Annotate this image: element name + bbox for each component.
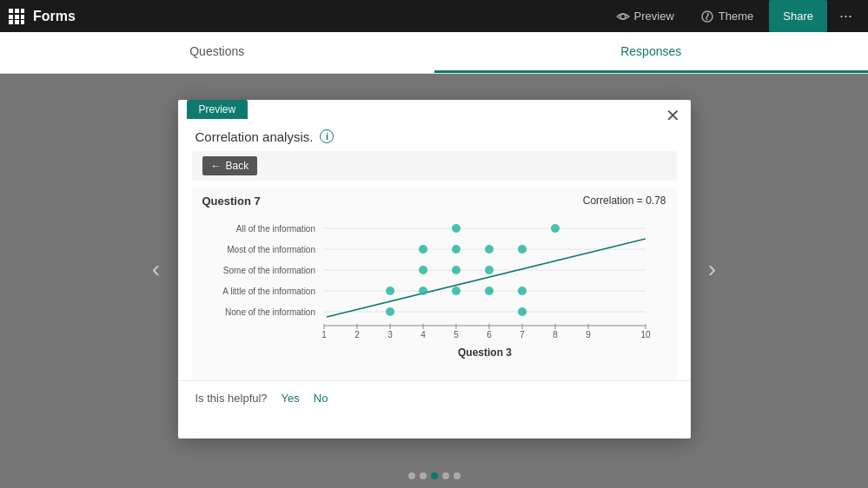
- share-button[interactable]: Share: [769, 0, 827, 32]
- svg-point-53: [386, 287, 394, 295]
- content-wrapper: ‹ Preview ✕ Correlation analysis. i ← Ba…: [0, 74, 868, 464]
- arrow-left[interactable]: ‹: [135, 243, 178, 295]
- modal-header: Correlation analysis. i: [178, 119, 691, 151]
- back-arrow-icon: ←: [211, 160, 222, 172]
- svg-point-44: [452, 224, 461, 233]
- svg-rect-4: [15, 15, 19, 19]
- svg-text:None of the information: None of the information: [225, 307, 315, 317]
- yes-button[interactable]: Yes: [282, 392, 300, 405]
- svg-point-59: [518, 307, 527, 316]
- svg-point-47: [452, 245, 461, 254]
- svg-point-50: [419, 266, 427, 274]
- svg-rect-2: [21, 9, 24, 13]
- svg-text:Some of the information: Some of the information: [222, 266, 315, 275]
- theme-button[interactable]: Theme: [690, 6, 764, 27]
- svg-text:7: 7: [520, 330, 525, 340]
- grid-icon[interactable]: [9, 9, 24, 24]
- svg-point-48: [485, 245, 494, 254]
- main-area: Questions Responses ‹ Preview ✕ Correlat…: [0, 32, 868, 488]
- svg-point-58: [386, 307, 394, 316]
- chart-area: Question 7 Correlation = 0.78 All of the…: [192, 188, 677, 380]
- svg-text:9: 9: [586, 330, 591, 340]
- chart-question-label: Question 7: [202, 195, 261, 208]
- svg-point-46: [419, 245, 427, 254]
- helpful-text: Is this helpful?: [195, 392, 268, 405]
- svg-point-54: [419, 287, 427, 295]
- svg-point-56: [485, 287, 494, 295]
- pagination-dots: [408, 464, 461, 488]
- more-button[interactable]: ···: [832, 3, 859, 29]
- dot-5[interactable]: [454, 472, 461, 479]
- app-title: Forms: [33, 9, 76, 24]
- svg-rect-1: [15, 9, 19, 13]
- back-area: ← Back: [192, 151, 677, 181]
- helpful-bar: Is this helpful? Yes No: [178, 380, 691, 415]
- svg-rect-6: [9, 20, 13, 24]
- svg-point-49: [518, 245, 527, 254]
- svg-rect-3: [9, 15, 13, 19]
- svg-point-45: [551, 224, 560, 233]
- svg-text:3: 3: [388, 330, 393, 340]
- scatter-chart: All of the information Most of the infor…: [202, 213, 654, 373]
- dot-3[interactable]: [431, 472, 438, 479]
- svg-text:All of the information: All of the information: [235, 224, 315, 234]
- svg-text:1: 1: [321, 330, 327, 340]
- chart-top: Question 7 Correlation = 0.78: [202, 195, 666, 208]
- svg-text:10: 10: [640, 330, 651, 340]
- preview-button[interactable]: Preview: [606, 6, 685, 27]
- svg-text:4: 4: [421, 330, 426, 340]
- dot-4[interactable]: [442, 472, 449, 479]
- back-button[interactable]: ← Back: [202, 156, 258, 175]
- modal: Preview ✕ Correlation analysis. i ← Back…: [178, 100, 691, 439]
- info-icon[interactable]: i: [320, 129, 334, 143]
- svg-rect-7: [15, 20, 19, 24]
- close-button[interactable]: ✕: [666, 107, 680, 124]
- tab-bar: Questions Responses: [0, 32, 868, 74]
- correlation-label: Correlation = 0.78: [583, 195, 666, 207]
- modal-title: Correlation analysis.: [195, 129, 314, 144]
- dot-2[interactable]: [420, 472, 427, 479]
- svg-text:2: 2: [354, 330, 360, 340]
- svg-rect-8: [21, 20, 24, 24]
- svg-text:A little of the information: A little of the information: [222, 287, 315, 296]
- svg-point-52: [485, 266, 494, 274]
- svg-text:5: 5: [454, 330, 459, 340]
- svg-text:6: 6: [487, 330, 492, 340]
- svg-point-55: [452, 287, 461, 295]
- svg-text:Most of the information: Most of the information: [227, 245, 315, 254]
- preview-tab-label: Preview: [178, 100, 691, 119]
- tab-questions[interactable]: Questions: [0, 32, 434, 73]
- svg-text:8: 8: [553, 330, 558, 340]
- svg-text:Question 3: Question 3: [457, 346, 511, 359]
- topbar-actions: Preview Theme Share ···: [606, 0, 859, 32]
- arrow-right[interactable]: ›: [691, 243, 734, 295]
- svg-rect-5: [21, 15, 24, 19]
- topbar: Forms Preview Theme Share ···: [0, 0, 868, 32]
- tab-responses[interactable]: Responses: [434, 32, 869, 73]
- no-button[interactable]: No: [314, 392, 328, 405]
- svg-rect-0: [9, 9, 13, 13]
- svg-point-57: [518, 287, 527, 295]
- dot-1[interactable]: [408, 472, 415, 479]
- svg-point-51: [452, 266, 461, 274]
